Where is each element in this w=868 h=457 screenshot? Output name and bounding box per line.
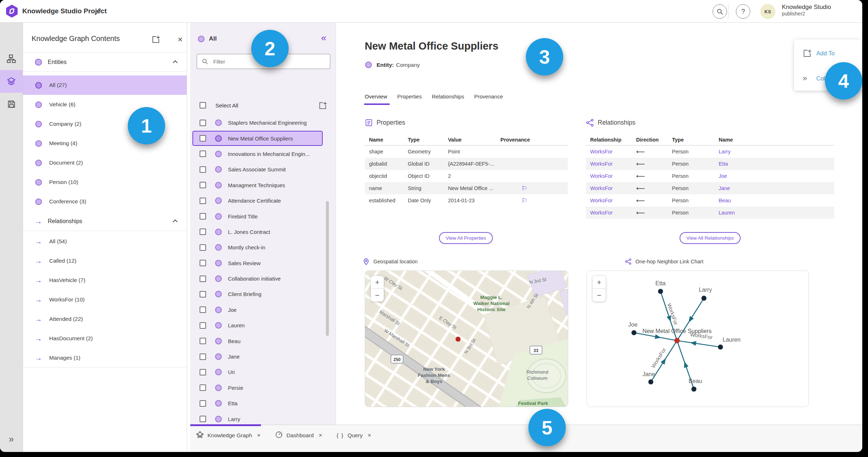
view-all-properties-button[interactable]: View All Properties <box>439 232 493 244</box>
table-row[interactable]: WorksFor⟵PersonBeau <box>586 194 834 207</box>
instance-checkbox[interactable] <box>200 198 206 204</box>
table-row[interactable]: WorksFor⟵PersonLauren <box>586 207 834 219</box>
entity-type-row[interactable]: Document (2) <box>23 153 187 172</box>
relationship-type-row[interactable]: →Manages (1) <box>23 348 187 368</box>
person-node[interactable] <box>701 296 706 301</box>
entity-instance-row[interactable]: Client Briefing <box>190 286 336 302</box>
entity-instance-row[interactable]: New Metal Office Suppliers <box>190 130 336 146</box>
relationship-type-row[interactable]: →Attended (22) <box>23 309 187 329</box>
add-to-button[interactable]: Add To <box>794 45 862 61</box>
relationship-type-row[interactable]: →HasVehicle (7) <box>23 271 187 290</box>
add-to-map-button[interactable] <box>151 34 161 45</box>
close-panel-button[interactable]: × <box>175 34 185 45</box>
entity-instance-row[interactable]: Managment Techniques <box>190 177 336 193</box>
table-row[interactable]: shapeGeometryPoint <box>365 146 568 158</box>
link-chart-canvas[interactable]: WorksForWorksForWorksForEttaLarryJoeLaur… <box>587 271 808 407</box>
edit-title-icon[interactable] <box>94 7 102 15</box>
search-button[interactable] <box>713 4 727 19</box>
instance-checkbox[interactable] <box>200 120 206 126</box>
entity-type-row[interactable]: All (27) <box>23 75 187 95</box>
instance-checkbox[interactable] <box>200 291 206 297</box>
relationship-type-row[interactable]: →HasDocument (2) <box>23 329 187 348</box>
table-row[interactable]: nameStringNew Metal Office ...⚐ <box>365 182 568 194</box>
instance-checkbox[interactable] <box>200 322 206 329</box>
rail-item-save[interactable] <box>0 93 23 115</box>
table-row[interactable]: establishedDate Only2014-01-23⚐ <box>365 194 568 207</box>
geospatial-map-card[interactable]: 25033k RdW Clay StMarshall StW Marshall … <box>365 271 568 407</box>
view-all-relationships-button[interactable]: View All Relationships <box>680 232 741 244</box>
related-name-link[interactable]: Larry <box>714 149 834 154</box>
provenance-flag-icon[interactable]: ⚐ <box>496 197 568 205</box>
help-button[interactable]: ? <box>736 4 750 19</box>
view-tab-query[interactable]: { }Query× <box>337 431 371 440</box>
table-row[interactable]: WorksFor⟵PersonJoe <box>586 170 834 182</box>
entity-instance-row[interactable]: Uri <box>190 364 336 380</box>
close-tab-icon[interactable]: × <box>368 432 371 439</box>
relationship-link[interactable]: WorksFor <box>586 210 632 216</box>
entity-instance-row[interactable]: Montly check-in <box>190 240 336 255</box>
person-node[interactable] <box>658 289 663 294</box>
related-name-link[interactable]: Joe <box>714 173 834 179</box>
rail-item-hierarchy[interactable] <box>0 47 23 70</box>
instance-checkbox[interactable] <box>200 228 206 235</box>
relationship-link[interactable]: WorksFor <box>586 185 632 191</box>
person-node[interactable] <box>631 330 636 335</box>
scrollbar-thumb[interactable] <box>326 201 329 336</box>
user-block[interactable]: Knowledge Studio publisher2 <box>782 4 831 17</box>
entity-type-row[interactable]: Person (10) <box>23 172 187 192</box>
relationship-type-row[interactable]: →All (54) <box>23 232 187 251</box>
tab-relationships[interactable]: Relationships <box>432 93 464 105</box>
related-name-link[interactable]: Etta <box>714 161 834 167</box>
entity-instance-row[interactable]: Lauren <box>190 318 336 333</box>
close-tab-icon[interactable]: × <box>257 432 261 439</box>
instance-checkbox[interactable] <box>200 416 206 422</box>
instance-checkbox[interactable] <box>200 166 206 173</box>
entity-instance-row[interactable]: Sales Review <box>190 255 336 271</box>
table-row[interactable]: objectidObject ID2 <box>365 170 568 182</box>
instance-checkbox[interactable] <box>200 306 206 313</box>
entity-instance-row[interactable]: Jane <box>190 349 336 364</box>
related-name-link[interactable]: Lauren <box>714 210 834 216</box>
close-tab-icon[interactable]: × <box>319 432 322 439</box>
table-row[interactable]: globalidGlobal ID{A228944F-0EF5-... <box>365 158 568 170</box>
provenance-flag-icon[interactable]: ⚐ <box>496 184 568 193</box>
instance-checkbox[interactable] <box>200 354 206 360</box>
relationship-link[interactable]: WorksFor <box>586 198 632 203</box>
entity-instance-row[interactable]: L. Jones Contract <box>190 224 336 240</box>
table-row[interactable]: WorksFor⟵PersonLarry <box>586 146 834 158</box>
entity-instance-row[interactable]: Etta <box>190 396 336 411</box>
instance-checkbox[interactable] <box>200 369 206 375</box>
instance-checkbox[interactable] <box>200 260 206 266</box>
entity-instance-row[interactable]: Firebird Title <box>190 208 336 224</box>
table-row[interactable]: WorksFor⟵PersonEtta <box>586 158 834 170</box>
entity-instance-row[interactable]: Innovations in Mechanical Engin... <box>190 146 336 162</box>
instance-checkbox[interactable] <box>200 151 206 157</box>
map-canvas[interactable]: 25033k RdW Clay StMarshall StW Marshall … <box>365 271 568 407</box>
rail-item-layers[interactable] <box>0 70 23 93</box>
view-tab-dashboard[interactable]: Dashboard× <box>275 431 322 440</box>
entities-section-header[interactable]: Entities <box>23 53 187 72</box>
relationship-type-row[interactable]: →WorksFor (10) <box>23 290 187 309</box>
tab-properties[interactable]: Properties <box>397 93 422 105</box>
collapse-panel-button[interactable]: « <box>321 32 326 43</box>
entity-instance-row[interactable]: Sales Associate Summit <box>190 162 336 177</box>
user-avatar[interactable]: KS <box>760 4 775 19</box>
instance-checkbox[interactable] <box>200 135 206 142</box>
zoom-in-button[interactable]: + <box>371 276 384 289</box>
link-chart-card[interactable]: WorksForWorksForWorksForEttaLarryJoeLaur… <box>587 271 809 407</box>
entity-instance-row[interactable]: Persie <box>190 380 336 396</box>
add-to-map-button[interactable] <box>318 101 327 110</box>
entity-instance-row[interactable]: Staplers Mechanical Engineering <box>190 115 336 130</box>
related-name-link[interactable]: Beau <box>714 198 834 203</box>
person-node[interactable] <box>718 345 723 350</box>
relationship-link[interactable]: WorksFor <box>586 161 632 167</box>
view-tab-knowledge-graph[interactable]: Knowledge Graph× <box>196 431 261 440</box>
entity-type-row[interactable]: Vehicle (6) <box>23 95 187 114</box>
instance-checkbox[interactable] <box>200 213 206 220</box>
person-node[interactable] <box>648 379 653 384</box>
instance-checkbox[interactable] <box>200 384 206 391</box>
instance-checkbox[interactable] <box>200 400 206 407</box>
instance-checkbox[interactable] <box>200 338 206 344</box>
relationships-section-header[interactable]: → Relationships <box>23 212 187 231</box>
instance-checkbox[interactable] <box>200 244 206 251</box>
